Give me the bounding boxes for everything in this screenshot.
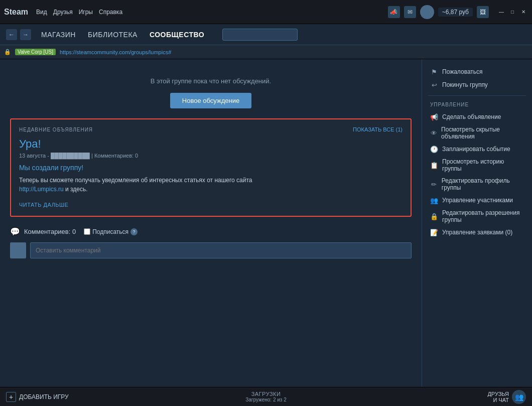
sidebar-applications-label: Управление заявками (0) (442, 229, 512, 236)
address-url[interactable]: https://steamcommunity.com/groups/lumpic… (60, 49, 171, 55)
close-button[interactable]: ✕ (519, 8, 528, 17)
ann-show-all[interactable]: ПОКАЗАТЬ ВСЕ (1) (353, 126, 403, 132)
friends-icon: 👥 (512, 390, 526, 404)
minimize-button[interactable]: — (497, 8, 506, 17)
sidebar-permissions-action[interactable]: 🔒 Редактировать разрешения группы (428, 207, 526, 226)
members-icon: 👥 (430, 196, 438, 204)
friends-chat-label: ДРУЗЬЯ И ЧАТ (487, 391, 509, 403)
comment-input[interactable] (30, 242, 412, 258)
ann-comments: | Комментариев: 0 (91, 153, 138, 159)
announce-icon: 📢 (430, 113, 438, 121)
main-container: В этой группе пока что нет обсуждений. Н… (0, 59, 532, 387)
comments-count: Комментариев: 0 (24, 228, 76, 235)
permissions-icon: 🔒 (430, 212, 438, 220)
sidebar-hidden-label: Посмотреть скрытые объявления (441, 126, 524, 140)
sidebar-hidden-announcements-action[interactable]: 👁 Посмотреть скрытые объявления (428, 123, 526, 143)
ann-subtitle[interactable]: Мы создали группу! (19, 164, 403, 172)
menu-friends[interactable]: Друзья (53, 9, 73, 16)
sidebar-applications-action[interactable]: 📝 Управление заявками (0) (428, 226, 526, 239)
sidebar-members-action[interactable]: 👥 Управление участниками (428, 194, 526, 207)
subscribe-checkbox[interactable] (84, 228, 90, 235)
nav-arrows: ← → (6, 29, 31, 40)
title-bar-left: Steam Вид Друзья Игры Справка (4, 8, 122, 17)
sidebar-report-label: Пожаловаться (442, 68, 483, 75)
forward-button[interactable]: → (20, 29, 31, 40)
notification-icon[interactable]: 📣 (388, 6, 400, 18)
edit-icon: ✏ (430, 180, 438, 188)
ann-read-more[interactable]: ЧИТАТЬ ДАЛЬШЕ (19, 202, 68, 208)
comment-input-row (10, 242, 412, 258)
lock-icon: 🔒 (4, 49, 11, 55)
screenshot-icon[interactable]: 🖼 (477, 6, 489, 18)
sidebar-edit-label: Редактировать профиль группы (442, 177, 524, 191)
add-game-label: ДОБАВИТЬ ИГРУ (19, 393, 69, 400)
nav-community[interactable]: СООБЩЕСТВО (150, 31, 204, 39)
ann-body: Теперь вы сможете получать уведомления о… (19, 176, 403, 194)
bottom-bar: + ДОБАВИТЬ ИГРУ ЗАГРУЗКИ Загружено: 2 из… (0, 387, 532, 406)
downloads-section[interactable]: ЗАГРУЗКИ Загружено: 2 из 2 (245, 391, 287, 402)
sidebar-schedule-label: Запланировать событие (442, 146, 510, 153)
sidebar-management-label: УПРАВЛЕНИЕ (428, 100, 526, 110)
back-button[interactable]: ← (6, 29, 17, 40)
price-badge: ~6,87 руб (438, 8, 473, 17)
ann-author: ██████████ (51, 153, 91, 159)
maximize-button[interactable]: □ (508, 8, 517, 17)
sidebar-announce-action[interactable]: 📢 Сделать объявление (428, 110, 526, 123)
applications-icon: 📝 (430, 228, 438, 236)
title-bar-menu: Вид Друзья Игры Справка (36, 9, 122, 16)
menu-games[interactable]: Игры (79, 9, 93, 16)
sidebar-leave-action[interactable]: ↩ Покинуть группу (428, 78, 526, 91)
sidebar-leave-label: Покинуть группу (442, 81, 488, 88)
sidebar-history-label: Просмотреть историю группы (442, 158, 524, 172)
question-mark-icon[interactable]: ? (130, 228, 138, 235)
nav-library[interactable]: БИБЛИОТЕКА (88, 31, 138, 39)
flag-icon: ⚑ (430, 68, 438, 76)
sidebar-permissions-label: Редактировать разрешения группы (442, 209, 524, 223)
ann-date: 13 августа - (19, 153, 49, 159)
steam-logo: Steam (4, 8, 28, 17)
content-area: В этой группе пока что нет обсуждений. Н… (0, 59, 422, 387)
title-bar-right: 📣 ✉ ~6,87 руб 🖼 — □ ✕ (388, 5, 528, 19)
sidebar-members-label: Управление участниками (442, 197, 513, 204)
new-discussion-button[interactable]: Новое обсуждение (170, 93, 251, 108)
nav-links: МАГАЗИН БИБЛИОТЕКА СООБЩЕСТВО (41, 31, 204, 39)
friends-chat-button[interactable]: ДРУЗЬЯ И ЧАТ 👥 (487, 390, 526, 404)
user-avatar[interactable] (420, 5, 434, 19)
ann-meta: 13 августа - ██████████ | Комментариев: … (19, 153, 403, 159)
menu-help[interactable]: Справка (99, 9, 122, 16)
menu-vid[interactable]: Вид (36, 9, 47, 16)
ann-title[interactable]: Ура! (19, 138, 403, 151)
sidebar-history-action[interactable]: 📋 Просмотреть историю группы (428, 156, 526, 175)
ann-body-end: и здесь. (65, 186, 88, 193)
sidebar-announce-label: Сделать объявление (442, 113, 501, 120)
comment-bubble-icon: 💬 (10, 227, 20, 236)
sidebar-report-action[interactable]: ⚑ Пожаловаться (428, 65, 526, 78)
ann-body-link[interactable]: http://Lumpics.ru (19, 186, 64, 193)
ann-header: НЕДАВНИЕ ОБЪЯВЛЕНИЯ ПОКАЗАТЬ ВСЕ (1) (19, 126, 403, 132)
add-game-icon: + (6, 392, 16, 402)
cert-badge: Valve Corp [US] (15, 49, 56, 55)
leave-icon: ↩ (430, 81, 438, 89)
downloads-sub: Загружено: 2 из 2 (245, 397, 287, 402)
title-bar: Steam Вид Друзья Игры Справка 📣 ✉ ~6,87 … (0, 0, 532, 24)
right-sidebar: ⚑ Пожаловаться ↩ Покинуть группу УПРАВЛЕ… (422, 59, 532, 387)
comments-section: 💬 Комментариев: 0 Подписаться ? (10, 227, 412, 236)
comment-user-avatar (10, 242, 26, 258)
sidebar-divider-1 (428, 95, 526, 96)
add-game-button[interactable]: + ДОБАВИТЬ ИГРУ (6, 392, 69, 402)
clock-icon: 🕐 (430, 145, 438, 153)
address-bar: 🔒 Valve Corp [US] https://steamcommunity… (0, 45, 532, 59)
downloads-label: ЗАГРУЗКИ (245, 391, 287, 397)
window-controls: — □ ✕ (497, 8, 528, 17)
nav-search-input[interactable] (222, 29, 298, 41)
nav-store[interactable]: МАГАЗИН (41, 31, 76, 39)
eye-icon: 👁 (430, 129, 437, 137)
announcements-box: НЕДАВНИЕ ОБЪЯВЛЕНИЯ ПОКАЗАТЬ ВСЕ (1) Ура… (10, 118, 412, 217)
subscribe-label: Подписаться (92, 228, 128, 235)
sidebar-edit-profile-action[interactable]: ✏ Редактировать профиль группы (428, 175, 526, 194)
sidebar-schedule-action[interactable]: 🕐 Запланировать событие (428, 143, 526, 156)
nav-bar: ← → МАГАЗИН БИБЛИОТЕКА СООБЩЕСТВО (0, 24, 532, 45)
mail-icon[interactable]: ✉ (404, 6, 416, 18)
ann-body-text: Теперь вы сможете получать уведомления о… (19, 177, 252, 184)
ann-section-label: НЕДАВНИЕ ОБЪЯВЛЕНИЯ (19, 127, 93, 132)
